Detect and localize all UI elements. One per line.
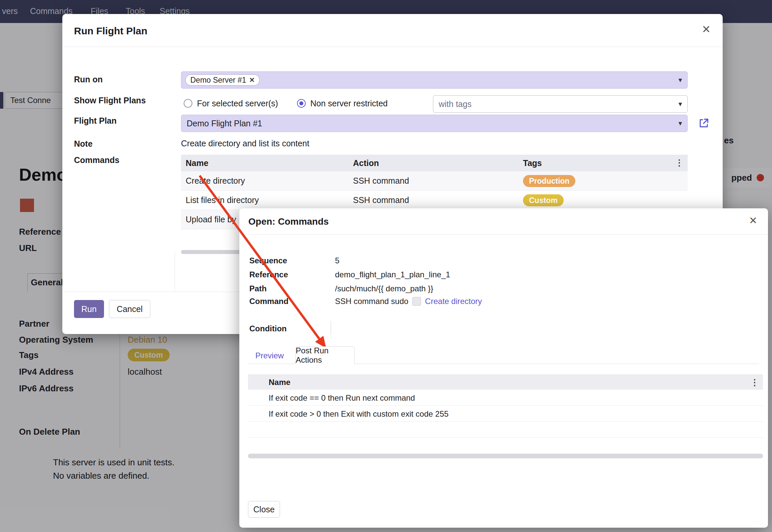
close-icon[interactable]: ✕ <box>702 24 711 35</box>
row-name: Upload file by <box>186 215 236 224</box>
reference-value: demo_flight_plan_1_plan_line_1 <box>335 270 450 279</box>
run-on-multiselect[interactable]: Demo Server #1 ✕ ▾ <box>181 71 688 89</box>
server-tag-label: Demo Server #1 <box>190 76 246 85</box>
flight-plan-select[interactable]: Demo Flight Plan #1 ▾ <box>181 115 688 132</box>
row-action: SSH command <box>353 195 409 205</box>
col-action: Action <box>353 158 379 168</box>
kebab-menu-icon[interactable]: ⋮ <box>675 158 684 168</box>
modal-header-divider <box>62 47 723 47</box>
sequence-label: Sequence <box>249 256 287 265</box>
horizontal-scrollbar-track[interactable] <box>248 454 763 458</box>
radio-non-server-restricted[interactable] <box>297 99 306 108</box>
row-action: SSH command <box>353 176 409 186</box>
server-tag-chip[interactable]: Demo Server #1 ✕ <box>185 74 260 86</box>
post-run-actions-table: Name ⋮ If exit code == 0 then Run next c… <box>248 374 763 438</box>
row-name: List files in directory <box>186 195 259 205</box>
command-value: SSH command sudo <box>335 297 408 306</box>
reference-label: Reference <box>249 270 288 279</box>
run-on-label: Run on <box>74 75 103 84</box>
table-row[interactable]: If exit code > 0 then Exit with custom e… <box>248 406 763 422</box>
row-name: If exit code > 0 then Exit with custom e… <box>269 409 449 419</box>
run-button[interactable]: Run <box>74 300 104 318</box>
tab-post-run-actions[interactable]: Post Run Actions <box>295 346 355 364</box>
close-icon[interactable]: ✕ <box>749 216 757 226</box>
with-tags-placeholder: with tags <box>439 99 472 109</box>
flight-plan-description: Create directory and list its content <box>181 139 309 148</box>
chevron-down-icon[interactable]: ▾ <box>678 100 682 108</box>
command-value-row: SSH command sudo Create directory <box>335 297 482 306</box>
form-column-divider <box>175 251 175 291</box>
col-name: Name <box>186 158 208 168</box>
show-flight-plans-label: Show Flight Plans <box>74 96 146 105</box>
path-value: /such/much/{{ demo_path }} <box>335 284 433 293</box>
close-button[interactable]: Close <box>248 501 280 518</box>
cancel-button[interactable]: Cancel <box>109 300 150 318</box>
row-name: Create directory <box>186 176 245 186</box>
flight-plan-label: Flight Plan <box>74 116 117 126</box>
radio-non-server-restricted-label[interactable]: Non server restricted <box>310 99 388 108</box>
col-tags: Tags <box>523 158 542 168</box>
note-label: Note <box>74 139 93 149</box>
radio-for-selected-servers[interactable] <box>184 99 192 108</box>
tag-badge-production: Production <box>523 175 575 187</box>
col-name: Name <box>269 378 290 387</box>
external-link-icon[interactable] <box>698 117 710 129</box>
table-row[interactable]: Create directory SSH command Production <box>181 171 688 191</box>
table-header-row: Name ⋮ <box>248 374 763 390</box>
tab-preview[interactable]: Preview <box>255 351 284 360</box>
open-commands-modal: Open: Commands ✕ Sequence 5 Reference de… <box>239 208 768 528</box>
tag-badge-custom: Custom <box>523 194 564 206</box>
command-checkbox[interactable] <box>412 297 421 306</box>
command-link[interactable]: Create directory <box>425 297 482 306</box>
radio-for-selected-servers-label[interactable]: For selected server(s) <box>197 99 278 108</box>
modal-title: Run Flight Plan <box>74 25 147 37</box>
table-row-empty[interactable] <box>248 422 763 438</box>
flight-plan-value: Demo Flight Plan #1 <box>187 119 262 128</box>
screen: vers Commands Files Tools Settings Test … <box>0 0 772 532</box>
sequence-value: 5 <box>335 256 339 265</box>
table-row[interactable]: List files in directory SSH command Cust… <box>181 191 688 210</box>
chevron-down-icon[interactable]: ▾ <box>678 76 682 84</box>
condition-field-divider <box>331 321 331 335</box>
command-label: Command <box>249 297 288 306</box>
with-tags-select[interactable]: with tags ▾ <box>433 95 688 113</box>
modal-title: Open: Commands <box>248 216 329 227</box>
row-name: If exit code == 0 then Run next command <box>269 393 415 403</box>
table-header-row: Name Action Tags ⋮ <box>181 155 688 171</box>
chevron-down-icon[interactable]: ▾ <box>678 119 682 127</box>
commands-label: Commands <box>74 155 119 165</box>
condition-label: Condition <box>249 324 287 333</box>
kebab-menu-icon[interactable]: ⋮ <box>750 377 759 388</box>
table-row[interactable]: If exit code == 0 then Run next command <box>248 390 763 406</box>
modal-header-divider <box>239 234 768 235</box>
path-label: Path <box>249 284 267 293</box>
remove-tag-icon[interactable]: ✕ <box>249 76 255 84</box>
